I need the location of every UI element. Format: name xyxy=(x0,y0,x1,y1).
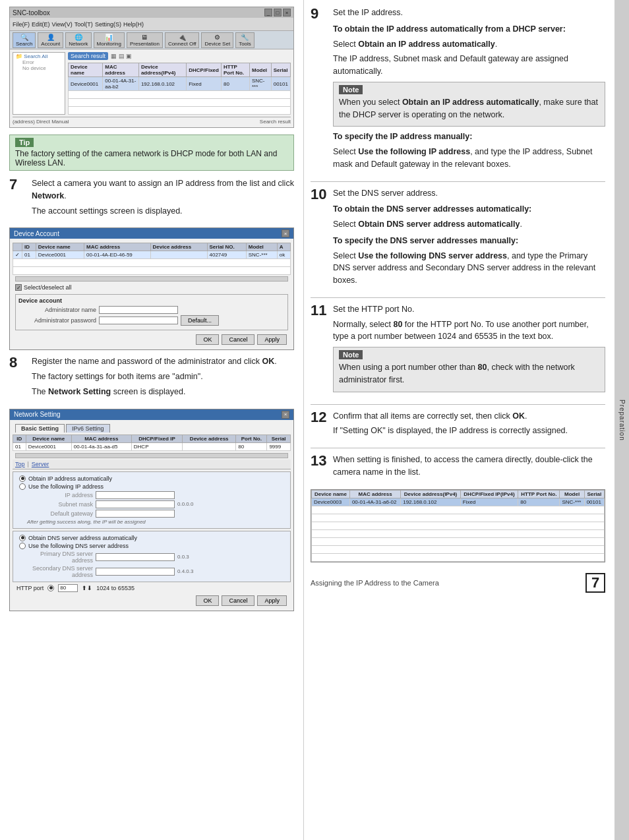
primary-dns-input[interactable] xyxy=(96,553,175,561)
sidebar-label: Preparation xyxy=(618,400,626,441)
note-label: Note xyxy=(339,85,363,94)
step-13-number: 13 xyxy=(311,454,329,481)
gateway-label: Default gateway xyxy=(27,510,93,517)
step-10-content: Set the DNS server address. To obtain th… xyxy=(333,187,605,289)
bottom-table-empty-row xyxy=(312,537,605,545)
use-following-dns-label: Use the following DNS server address xyxy=(28,543,129,549)
table-row-empty xyxy=(69,107,291,115)
apply-button[interactable]: Apply xyxy=(257,334,287,345)
obtain-dns-radio[interactable] xyxy=(19,535,26,541)
toolbar-connect-off[interactable]: 🔌 Connect Off xyxy=(165,32,200,48)
tip-text: The factory setting of the camera networ… xyxy=(15,149,288,167)
menu-help[interactable]: Help(H) xyxy=(123,21,144,28)
obtain-ip-radio[interactable] xyxy=(19,475,26,482)
admin-pass-input[interactable] xyxy=(99,316,178,324)
step-7-number: 7 xyxy=(9,177,28,220)
step-8-number: 8 xyxy=(9,355,28,400)
toolbar-monitoring[interactable]: 📊 Monitoring xyxy=(94,32,125,48)
top-button[interactable]: Top xyxy=(15,461,25,467)
status-bar-right: Search result xyxy=(260,119,291,125)
network-close-icon[interactable]: × xyxy=(282,411,289,419)
ip-address-row: IP address xyxy=(27,491,276,499)
table-row[interactable]: Device0001 00-01-4A-31-aa-b2 192.168.0.1… xyxy=(69,77,291,91)
step-10: 10 Set the DNS server address. To obtain… xyxy=(311,187,605,289)
network-title-text: Network Setting xyxy=(14,411,61,418)
col-device-addr: Device address(IPv4) xyxy=(138,63,186,77)
horizontal-scrollbar[interactable] xyxy=(15,276,288,282)
toolbar-presentation[interactable]: 🖥 Presentation xyxy=(127,32,163,48)
http-port-input[interactable]: 80 xyxy=(58,584,78,592)
network-table-row[interactable]: 01 Device0001 00-01-4a-31-aa-d5 DHCP 80 … xyxy=(13,442,291,450)
secondary-dns-input[interactable] xyxy=(96,568,175,576)
menu-file[interactable]: File(F) xyxy=(13,21,30,28)
menu-setting[interactable]: Setting(S) xyxy=(95,21,121,28)
step9-heading2: To specify the IP address manually: xyxy=(333,131,605,143)
subnet-input[interactable] xyxy=(96,500,175,508)
search-result-label: Search result xyxy=(68,52,108,60)
default-button[interactable]: Default... xyxy=(181,315,219,326)
left-column: SNC-toolbox _ □ × File(F) Edit(E) View(V… xyxy=(0,0,303,840)
dialog-close-icon[interactable]: × xyxy=(282,229,289,237)
admin-name-input[interactable] xyxy=(99,306,178,314)
step9-note: Note When you select Obtain an IP addres… xyxy=(333,82,605,127)
step-13: 13 When setting is finished, to access t… xyxy=(311,454,605,481)
tip-label: Tip xyxy=(15,138,34,147)
toolbar-tools[interactable]: 🔧 Tools xyxy=(235,32,255,48)
step-9: 9 Set the IP address. To obtain the IP a… xyxy=(311,7,605,173)
close-icon[interactable]: × xyxy=(283,9,291,16)
bottom-device-list: Device name MAC address Device address(I… xyxy=(311,490,605,562)
network-setting-dialog: Network Setting × Basic Setting IPv6 Set… xyxy=(9,409,294,611)
server-button[interactable]: Server xyxy=(32,461,49,467)
toolbar-account[interactable]: 👤 Account xyxy=(38,32,63,48)
status-bar-left: (address) Direct Manual xyxy=(13,119,69,125)
horizontal-scroll[interactable] xyxy=(15,453,288,458)
gateway-input[interactable] xyxy=(96,510,175,518)
use-following-ip-radio[interactable] xyxy=(19,483,26,490)
primary-dns-row: Primary DNS server address 0.0.3 xyxy=(27,551,276,564)
select-all-row: ✓ Select/deselect all xyxy=(13,283,291,292)
section-title: Device account xyxy=(18,297,285,304)
menu-tool[interactable]: Tool(T) xyxy=(75,21,93,28)
account-table-row[interactable]: ✓ 01 Device0001 00-01-4A-ED-46-59 402749… xyxy=(13,251,291,259)
port-spin-icon[interactable]: ⬆⬇ xyxy=(82,585,92,591)
bottom-table-empty-row xyxy=(312,529,605,537)
step10-heading1: To obtain the DNS server addresses autom… xyxy=(333,203,605,216)
search-result-screenshot: SNC-toolbox _ □ × File(F) Edit(E) View(V… xyxy=(9,7,294,128)
tab-bar: Basic Setting IPv6 Setting xyxy=(13,423,291,433)
menu-edit[interactable]: Edit(E) xyxy=(32,21,50,28)
cancel-button[interactable]: Cancel xyxy=(222,334,255,345)
network-cancel-button[interactable]: Cancel xyxy=(222,595,255,606)
network-dialog-buttons: OK Cancel Apply xyxy=(13,593,291,608)
toolbar-device-set[interactable]: ⚙ Device Set xyxy=(201,32,233,48)
step9-intro: Set the IP address. xyxy=(333,7,605,19)
step-12: 12 Confirm that all items are correctly … xyxy=(311,410,605,440)
network-ok-button[interactable]: OK xyxy=(196,595,219,606)
select-all-label: Select/deselect all xyxy=(24,284,72,291)
search-tree: 📁 Search All Error No device xyxy=(13,52,65,115)
select-all-checkbox[interactable]: ✓ xyxy=(15,284,22,291)
http-port-radio[interactable] xyxy=(47,585,54,591)
step-12-content: Confirm that all items are correctly set… xyxy=(333,410,605,440)
maximize-icon[interactable]: □ xyxy=(274,9,282,16)
tab-ipv6-setting[interactable]: IPv6 Setting xyxy=(66,424,110,433)
bottom-table-empty-row xyxy=(312,514,605,522)
menu-view[interactable]: View(V) xyxy=(52,21,73,28)
ip-address-label: IP address xyxy=(27,492,93,498)
minimize-icon[interactable]: _ xyxy=(264,9,272,16)
toolbar-search[interactable]: 🔍 Search xyxy=(13,32,36,48)
ok-button[interactable]: OK xyxy=(196,334,219,345)
use-following-dns-radio[interactable] xyxy=(19,543,26,549)
window-title-bar: SNC-toolbox _ □ × xyxy=(10,7,293,18)
obtain-ip-label: Obtain IP address automatically xyxy=(28,475,112,482)
network-apply-button[interactable]: Apply xyxy=(257,595,287,606)
subnet-row: Subnet mask 0.0.0.0 xyxy=(27,500,276,508)
admin-name-row: Administrator name xyxy=(30,306,273,314)
step-8: 8 Register the name and password of the … xyxy=(9,355,294,400)
ip-address-input[interactable] xyxy=(96,491,175,499)
bottom-table-row[interactable]: Device0003 00-01-4A-31-a6-02 192.168.0.1… xyxy=(312,498,605,506)
secondary-dns-row: Secondary DNS server address 0.4.0.3 xyxy=(27,565,276,578)
http-port-row: HTTP port 80 ⬆⬇ 1024 to 65535 xyxy=(16,584,287,592)
use-following-dns-row: Use the following DNS server address xyxy=(19,543,284,549)
tab-basic-setting[interactable]: Basic Setting xyxy=(15,424,65,433)
toolbar-network[interactable]: 🌐 Network xyxy=(65,32,91,48)
